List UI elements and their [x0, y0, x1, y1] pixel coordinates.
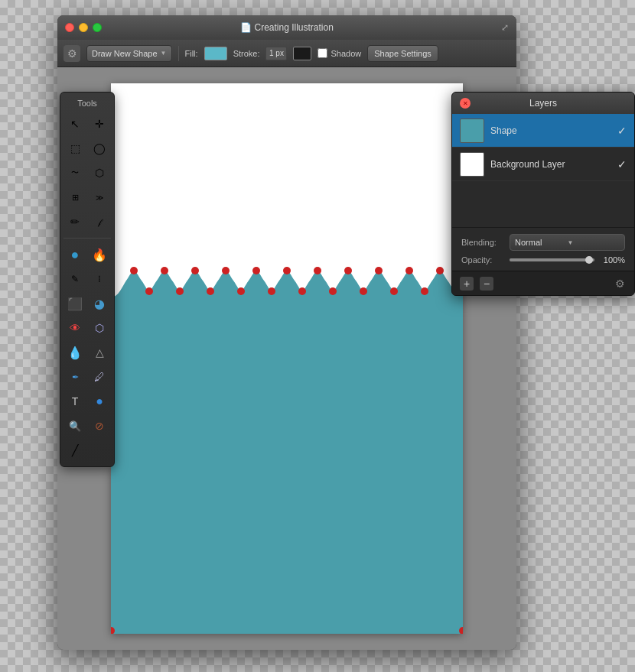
gear-icon: ⚙: [67, 47, 77, 60]
handle-wave-12[interactable]: [298, 287, 306, 295]
handle-wave-21[interactable]: [436, 267, 444, 274]
layer-item-shape[interactable]: Shape ✓: [452, 114, 634, 148]
handle-wave-15[interactable]: [344, 267, 352, 274]
ellipse-icon: ◯: [93, 142, 106, 154]
separator: [178, 46, 179, 61]
close-button[interactable]: [65, 23, 74, 32]
dropper-icon: 💧: [67, 346, 83, 360]
tool-dropper[interactable]: 💧: [64, 341, 86, 364]
layer-name-shape: Shape: [490, 125, 611, 136]
handle-wave-8[interactable]: [237, 287, 245, 295]
slash-icon: ╱: [72, 444, 78, 456]
layer-item-background[interactable]: Background Layer ✓: [452, 148, 634, 181]
handle-wave-6[interactable]: [207, 287, 214, 295]
tool-dot[interactable]: ●: [64, 243, 86, 266]
canvas-paper[interactable]: [111, 83, 463, 634]
handle-wave-7[interactable]: [222, 267, 230, 274]
tool-fill[interactable]: ⬛: [64, 292, 86, 315]
tool-select[interactable]: ↖: [64, 112, 86, 135]
tool-pencil[interactable]: ✎: [64, 268, 86, 291]
minimize-button[interactable]: [79, 23, 88, 32]
tool-eye[interactable]: 👁: [64, 317, 86, 339]
stroke-width-input[interactable]: 1 px: [265, 47, 287, 60]
wave-shape[interactable]: [111, 271, 463, 634]
tool-calligraphy[interactable]: ✒: [64, 365, 86, 388]
handle-wave-4[interactable]: [176, 287, 184, 295]
shadow-label: Shadow: [331, 49, 361, 58]
shadow-checkbox[interactable]: [318, 48, 327, 58]
tool-direct-select[interactable]: ✛: [88, 112, 111, 135]
handle-wave-11[interactable]: [283, 267, 291, 274]
direct-select-icon: ✛: [95, 118, 104, 130]
tool-flame[interactable]: 🔥: [88, 243, 111, 266]
blending-row: Blending: Normal ▼: [461, 234, 625, 251]
tool-ellipse[interactable]: ◯: [88, 137, 111, 160]
layers-gear-icon: ⚙: [615, 278, 625, 290]
tool-brush[interactable]: 𝒻: [88, 210, 111, 233]
flame-icon: 🔥: [92, 248, 107, 262]
handle-wave-1[interactable]: [130, 267, 138, 274]
tool-eraser[interactable]: ⊘: [88, 414, 111, 437]
handle-wave-20[interactable]: [421, 287, 428, 295]
add-icon: +: [464, 278, 470, 290]
handle-wave-16[interactable]: [360, 287, 367, 295]
tool-gradient[interactable]: ◕: [88, 292, 111, 315]
expand-icon[interactable]: ⤢: [501, 22, 509, 33]
draw-mode-dropdown[interactable]: Draw New Shape ▼: [86, 45, 172, 62]
handle-wave-14[interactable]: [329, 287, 337, 295]
pen-icon: ✏: [70, 216, 80, 228]
handle-wave-5[interactable]: [191, 267, 199, 274]
stroke-color-picker[interactable]: [293, 47, 311, 60]
handle-wave-9[interactable]: [252, 267, 260, 274]
calligraphy-icon: ✒: [72, 372, 79, 382]
add-layer-button[interactable]: +: [460, 277, 474, 291]
pencil-icon: ✎: [71, 274, 79, 284]
fountain-pen-icon: 🖊: [94, 371, 105, 383]
fill-label: Fill:: [185, 49, 198, 58]
tool-transform[interactable]: ≫: [88, 186, 111, 209]
opacity-slider[interactable]: [510, 258, 594, 261]
shadow-toggle[interactable]: Shadow: [318, 48, 361, 58]
tools-grid: ↖ ✛ ⬚ ◯ 〜 ⬡ ⊞ ≫ ✏ 𝒻 ● 🔥 ✎ ⁞ ⬛ ◕ 👁 ⬡ 💧 △ …: [64, 112, 111, 462]
tool-pen[interactable]: ✏: [64, 210, 86, 233]
window-title: 📄 Creating Illustration: [240, 22, 334, 33]
effect-icon: ⬡: [95, 322, 104, 334]
tool-triangle[interactable]: △: [88, 341, 111, 364]
tool-crop[interactable]: ⊞: [64, 186, 86, 209]
zoom-icon: 🔍: [69, 420, 81, 432]
handle-wave-10[interactable]: [268, 287, 275, 295]
handle-wave-2[interactable]: [145, 287, 153, 295]
handle-wave-18[interactable]: [390, 287, 398, 295]
gradient-icon: ◕: [94, 297, 105, 311]
fill-color-picker[interactable]: [204, 47, 227, 60]
tool-text[interactable]: T: [64, 390, 86, 413]
tools-divider: [64, 238, 111, 239]
layers-close-button[interactable]: ✕: [460, 98, 471, 109]
tool-rectangle[interactable]: ⬚: [64, 137, 86, 160]
circle-fill-icon: ●: [96, 394, 103, 408]
tool-slash[interactable]: ╱: [64, 439, 86, 462]
layers-gear-button[interactable]: ⚙: [613, 277, 627, 291]
tool-line[interactable]: ⁞: [88, 268, 111, 291]
tool-lasso[interactable]: 〜: [64, 161, 86, 184]
tool-fountain-pen[interactable]: 🖊: [88, 365, 111, 388]
layers-header: ✕ Layers: [452, 93, 634, 114]
handle-wave-19[interactable]: [405, 267, 413, 274]
title-icon: 📄: [240, 22, 254, 33]
tool-circle-fill[interactable]: ●: [88, 390, 111, 413]
crop-icon: ⊞: [72, 193, 79, 203]
shape-settings-button[interactable]: Shape Settings: [367, 45, 438, 62]
handle-wave-3[interactable]: [161, 267, 168, 274]
tool-effect[interactable]: ⬡: [88, 317, 111, 339]
tool-zoom[interactable]: 🔍: [64, 414, 86, 437]
handle-wave-13[interactable]: [314, 267, 321, 274]
opacity-label: Opacity:: [461, 255, 503, 265]
remove-layer-button[interactable]: −: [480, 277, 493, 291]
gear-button[interactable]: ⚙: [64, 45, 80, 62]
maximize-button[interactable]: [93, 23, 102, 32]
blending-value: Normal: [515, 238, 568, 247]
tool-polygon[interactable]: ⬡: [88, 161, 111, 184]
handle-wave-17[interactable]: [375, 267, 383, 274]
blending-dropdown[interactable]: Normal ▼: [510, 234, 625, 251]
layer-check-background: ✓: [617, 158, 627, 170]
